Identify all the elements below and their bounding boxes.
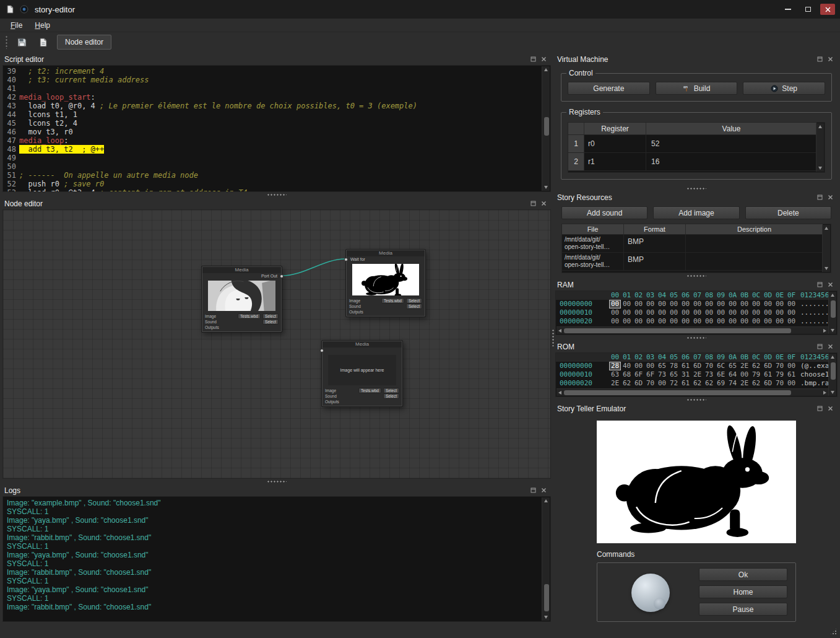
rom-horizontal-scrollbar[interactable] [556,388,828,396]
node-select-button[interactable]: Select [262,313,279,319]
hex-byte-cell[interactable]: 00 [715,317,727,326]
hex-byte-cell[interactable]: 61 [786,370,797,379]
node-select-button[interactable]: Select [406,298,422,304]
hex-byte-cell[interactable]: 00 [691,308,703,317]
pause-button[interactable]: Pause [699,603,787,616]
hex-byte-cell[interactable]: 00 [691,300,703,308]
hex-byte-cell[interactable]: 00 [727,308,738,317]
maximize-button[interactable] [800,4,815,15]
scroll-down-arrow[interactable] [818,167,822,170]
in-port[interactable] [320,349,324,352]
scroll-up-arrow[interactable] [831,356,834,359]
hex-byte-cell[interactable]: 63 [609,370,621,379]
script-vertical-scrollbar[interactable] [542,66,550,191]
float-panel-icon[interactable] [530,200,537,207]
float-panel-icon[interactable] [816,194,823,201]
node-select-button[interactable]: Select [406,304,422,309]
hex-byte-cell[interactable]: 00 [727,317,738,326]
hex-byte-cell[interactable]: 00 [703,308,715,317]
logs-vertical-scrollbar[interactable] [542,497,550,621]
hex-byte-cell[interactable]: 00 [738,308,750,317]
hex-byte-cell[interactable]: 00 [703,317,715,326]
hex-byte-cell[interactable]: 00 [703,300,715,308]
scroll-left-arrow[interactable] [558,329,561,333]
minimize-button[interactable] [781,4,795,15]
hex-byte-cell[interactable]: 6D [762,362,774,370]
resources-scrollbar[interactable] [822,225,830,272]
hex-byte-cell[interactable]: 72 [668,379,680,388]
hex-byte-cell[interactable]: 28 [609,362,621,370]
hex-byte-cell[interactable]: 62 [750,362,762,370]
file-column-header[interactable]: File [562,224,624,234]
hex-byte-cell[interactable]: 70 [644,379,656,388]
hex-byte-cell[interactable]: 00 [644,300,656,308]
node-select-button[interactable]: Select [262,319,279,325]
node-editor-toggle-button[interactable]: Node editor [57,35,111,50]
splitter-handle[interactable] [555,273,838,279]
close-panel-icon[interactable] [827,281,834,288]
hex-byte-cell[interactable]: 65 [727,362,738,370]
hex-byte-cell[interactable]: 00 [786,317,797,326]
hex-byte-cell[interactable]: 62 [621,379,633,388]
hex-byte-cell[interactable]: 00 [774,300,786,308]
hex-byte-cell[interactable]: 00 [656,317,668,326]
splitter-handle[interactable] [555,397,838,403]
hex-byte-cell[interactable]: 00 [715,300,727,308]
column-splitter-handle[interactable] [550,53,555,622]
hex-byte-cell[interactable]: 6F [633,370,644,379]
hex-byte-cell[interactable]: 61 [680,379,691,388]
hex-byte-cell[interactable]: 00 [656,308,668,317]
hex-byte-cell[interactable]: 00 [644,317,656,326]
hex-byte-cell[interactable]: 62 [703,379,715,388]
hex-byte-cell[interactable]: 00 [750,300,762,308]
close-panel-icon[interactable] [540,487,547,494]
close-panel-icon[interactable] [540,200,547,207]
save-button[interactable] [14,34,30,50]
close-panel-icon[interactable] [827,56,834,63]
node-select-button[interactable]: Select [383,388,399,393]
hex-byte-cell[interactable]: 79 [750,370,762,379]
generate-button[interactable]: Generate [568,82,650,95]
hex-byte-cell[interactable]: 79 [774,370,786,379]
hex-byte-cell[interactable]: 00 [633,362,644,370]
menu-item-help[interactable]: Help [29,20,56,31]
hex-byte-cell[interactable]: 6D [691,362,703,370]
hex-byte-cell[interactable]: 70 [774,362,786,370]
hex-byte-cell[interactable]: 00 [609,317,621,326]
hex-byte-cell[interactable]: 00 [786,362,797,370]
close-button[interactable] [820,4,835,15]
hex-byte-cell[interactable]: 2E [738,362,750,370]
scroll-up-arrow[interactable] [825,227,828,230]
add-image-button[interactable]: Add image [653,206,739,219]
hex-byte-cell[interactable]: 70 [703,362,715,370]
rotary-knob[interactable] [631,574,670,612]
scroll-handle[interactable] [831,300,836,318]
register-row[interactable]: 2r116 [568,153,816,171]
hex-byte-cell[interactable]: 00 [668,308,680,317]
node-file-chip[interactable]: Tests.wbd [358,388,381,393]
scroll-down-arrow[interactable] [831,391,834,394]
ram-horizontal-scrollbar[interactable] [556,326,828,334]
hex-byte-cell[interactable]: 69 [715,379,727,388]
registers-scrollbar[interactable] [816,123,824,172]
hex-byte-cell[interactable]: 62 [691,379,703,388]
node-select-button[interactable]: Select [383,393,399,399]
window-resize-grip[interactable] [829,627,838,636]
scroll-handle[interactable] [544,584,549,611]
format-column-header[interactable]: Format [624,224,686,234]
float-panel-icon[interactable] [816,343,823,350]
hex-byte-cell[interactable]: 00 [786,300,797,308]
hex-byte-cell[interactable]: 6C [715,362,727,370]
hex-byte-cell[interactable]: 00 [656,379,668,388]
hex-byte-cell[interactable]: 62 [750,379,762,388]
add-sound-button[interactable]: Add sound [561,206,647,219]
hex-byte-cell[interactable]: 00 [668,300,680,308]
node-canvas[interactable]: Media Port Out [2,209,551,479]
scroll-right-arrow[interactable] [823,391,826,395]
hex-byte-cell[interactable]: 70 [774,379,786,388]
rom-vertical-scrollbar[interactable] [828,354,836,396]
hex-byte-cell[interactable]: 61 [680,362,691,370]
hex-byte-cell[interactable]: 00 [609,308,621,317]
ram-vertical-scrollbar[interactable] [828,292,836,334]
splitter-handle[interactable] [2,192,551,198]
